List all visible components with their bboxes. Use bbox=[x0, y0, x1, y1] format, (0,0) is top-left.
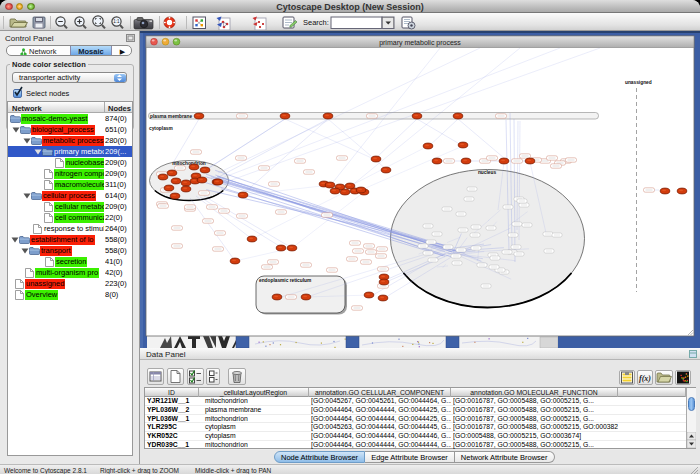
svg-text:mitochondrion: mitochondrion bbox=[172, 161, 206, 166]
svg-text:endoplasmic reticulum: endoplasmic reticulum bbox=[259, 278, 311, 283]
svg-text:f(x): f(x) bbox=[639, 374, 651, 383]
svg-text:primary metabolic process: primary metabolic process bbox=[379, 39, 461, 47]
svg-text:Search:: Search: bbox=[303, 18, 329, 27]
svg-text:1:1: 1:1 bbox=[113, 19, 120, 24]
svg-text:plasma membrane: plasma membrane bbox=[150, 114, 192, 119]
svg-text:nucleus: nucleus bbox=[478, 170, 496, 175]
svg-text:cytoplasm: cytoplasm bbox=[149, 126, 173, 131]
svg-text:unassigned: unassigned bbox=[625, 80, 652, 85]
